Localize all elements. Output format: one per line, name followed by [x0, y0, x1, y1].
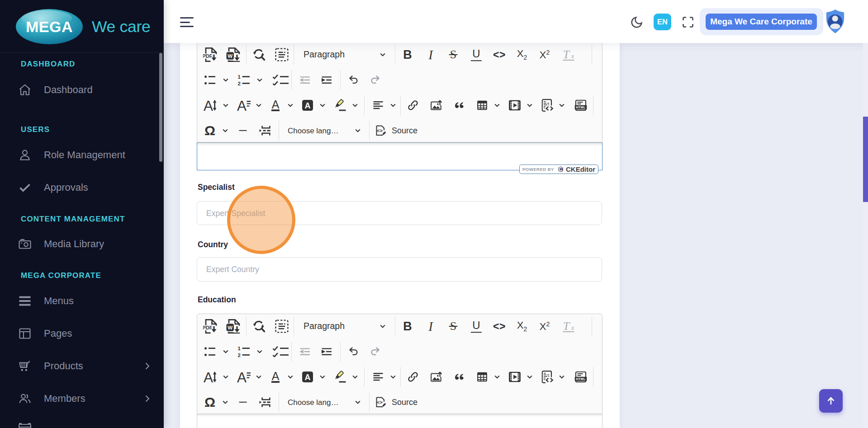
svg-text:MEGA: MEGA	[26, 18, 73, 35]
svg-text:We care: We care	[92, 18, 150, 36]
